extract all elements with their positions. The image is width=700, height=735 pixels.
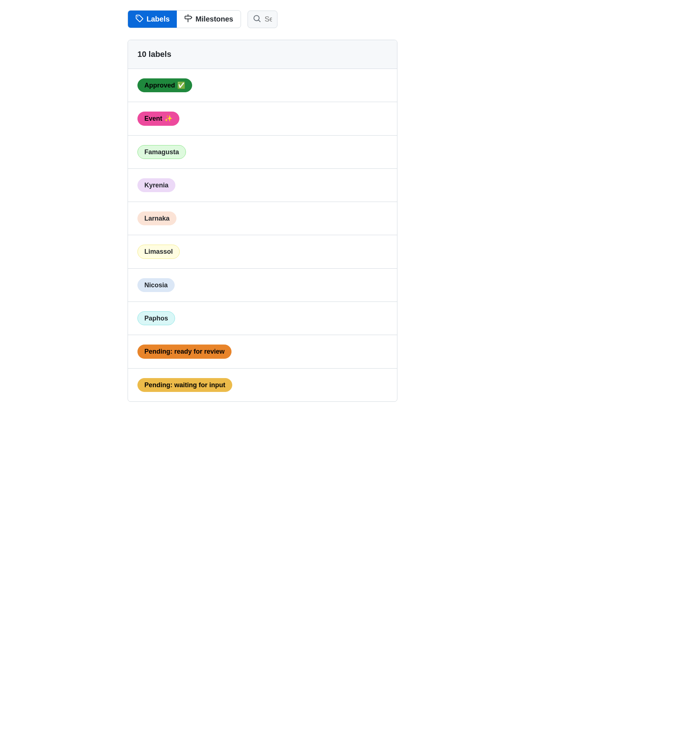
tab-milestones-text: Milestones bbox=[196, 15, 233, 24]
label-text: Larnaka bbox=[144, 214, 169, 223]
tab-labels[interactable]: Labels bbox=[128, 10, 177, 28]
label-row: Limassol bbox=[128, 235, 397, 268]
label-text: Paphos bbox=[144, 314, 168, 323]
label-text: Event bbox=[144, 114, 162, 123]
search-box[interactable] bbox=[247, 10, 278, 28]
search-icon bbox=[253, 15, 261, 24]
label-pill[interactable]: Event✨ bbox=[137, 112, 179, 125]
tab-labels-text: Labels bbox=[147, 15, 169, 24]
label-row: Event✨ bbox=[128, 102, 397, 135]
label-pill[interactable]: Paphos bbox=[137, 312, 175, 325]
tab-milestones[interactable]: Milestones bbox=[177, 10, 240, 28]
label-row: Kyrenia bbox=[128, 169, 397, 202]
milestone-icon bbox=[184, 14, 192, 24]
label-text: Famagusta bbox=[144, 148, 179, 156]
tag-icon bbox=[135, 14, 143, 24]
labels-list: Approved✅Event✨FamagustaKyreniaLarnakaLi… bbox=[128, 69, 397, 401]
label-text: Approved bbox=[144, 81, 175, 90]
label-row: Paphos bbox=[128, 302, 397, 335]
toolbar: Labels Milestones bbox=[128, 10, 397, 28]
label-pill[interactable]: Larnaka bbox=[137, 212, 176, 225]
label-pill[interactable]: Pending: waiting for input bbox=[137, 378, 232, 392]
label-text: Pending: ready for review bbox=[144, 347, 225, 356]
label-pill[interactable]: Limassol bbox=[137, 245, 180, 259]
label-pill[interactable]: Nicosia bbox=[137, 278, 175, 292]
label-row: Nicosia bbox=[128, 269, 397, 302]
label-row: Larnaka bbox=[128, 202, 397, 235]
label-row: Pending: waiting for input bbox=[128, 369, 397, 401]
search-input[interactable] bbox=[265, 15, 272, 24]
label-text: Nicosia bbox=[144, 281, 168, 290]
label-text: Kyrenia bbox=[144, 181, 168, 190]
label-row: Famagusta bbox=[128, 136, 397, 169]
tab-group: Labels Milestones bbox=[128, 10, 241, 28]
label-text: Limassol bbox=[144, 247, 173, 256]
labels-panel: 10 labels Approved✅Event✨FamagustaKyreni… bbox=[128, 40, 397, 402]
label-row: Pending: ready for review bbox=[128, 335, 397, 368]
label-emoji: ✅ bbox=[177, 81, 185, 90]
label-row: Approved✅ bbox=[128, 69, 397, 102]
label-text: Pending: waiting for input bbox=[144, 381, 225, 390]
label-pill[interactable]: Approved✅ bbox=[137, 78, 192, 92]
panel-header: 10 labels bbox=[128, 40, 397, 69]
label-pill[interactable]: Pending: ready for review bbox=[137, 344, 231, 359]
label-pill[interactable]: Famagusta bbox=[137, 145, 186, 159]
label-pill[interactable]: Kyrenia bbox=[137, 178, 175, 192]
label-emoji: ✨ bbox=[165, 114, 172, 123]
